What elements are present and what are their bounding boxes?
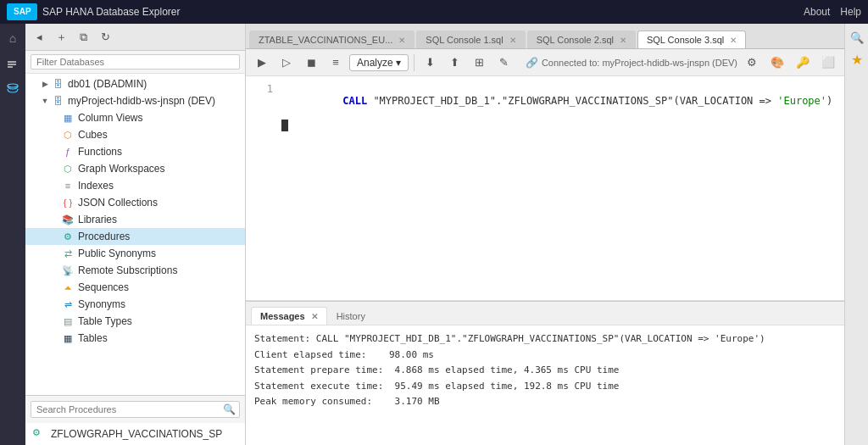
upload-btn[interactable]: ⬆ — [444, 52, 466, 74]
svg-rect-4 — [8, 66, 13, 68]
public-synonyms-icon: ⇄ — [61, 247, 75, 260]
tab-sql3[interactable]: SQL Console 3.sql ✕ — [637, 31, 746, 48]
analyze-chevron: ▾ — [396, 57, 401, 69]
app-title: SAP HANA Database Explorer — [42, 6, 181, 18]
help-link[interactable]: Help — [840, 6, 861, 18]
db-panel: ◂ ＋ ⧉ ↻ ▶ 🗄 db01 (DBADMIN) ▼ 🗄 myProject… — [25, 24, 246, 445]
tree-item-cubes[interactable]: ⬡ Cubes — [25, 126, 245, 143]
tree-item-procedures[interactable]: ⚙ Procedures — [25, 228, 245, 245]
tree-db1[interactable]: ▶ 🗄 db01 (DBADMIN) — [25, 75, 245, 92]
tab-sql3-close[interactable]: ✕ — [730, 36, 737, 45]
messages-tab-close[interactable]: ✕ — [311, 312, 318, 321]
editor-area[interactable]: 1 CALL "MYPROJECT_HDI_DB_1"."ZFLOWGRAPH_… — [246, 76, 844, 301]
sequences-icon: ⏶ — [61, 281, 75, 294]
tab-sql1-label: SQL Console 1.sql — [426, 35, 503, 45]
right-panel: ZTABLE_VACCINATIONS_EU... ✕ SQL Console … — [246, 24, 844, 445]
search-wrap: 🔍 — [31, 401, 240, 418]
results-area: Messages ✕ History Statement: CALL "MYPR… — [246, 301, 844, 445]
tree-area: ▶ 🗄 db01 (DBADMIN) ▼ 🗄 myProject-hdidb-w… — [25, 74, 245, 395]
connected-info: 🔗 Connected to: myProject-hdidb-ws-jnspn… — [526, 52, 839, 74]
analyze-label: Analyze — [357, 57, 393, 69]
db-panel-search: 🔍 — [25, 395, 245, 423]
stop-btn[interactable]: ◼ — [300, 52, 322, 74]
about-link[interactable]: About — [804, 6, 830, 18]
svg-rect-3 — [8, 64, 16, 65]
svg-text:SAP: SAP — [14, 7, 31, 16]
tab-sql2[interactable]: SQL Console 2.sql ✕ — [527, 31, 636, 48]
table-btn[interactable]: ⊞ — [469, 52, 491, 74]
download-btn[interactable]: ⬇ — [420, 52, 442, 74]
expand-icon: ▶ — [39, 78, 51, 90]
tab-sql2-label: SQL Console 2.sql — [537, 35, 614, 45]
tree-item-public-synonyms[interactable]: ⇄ Public Synonyms — [25, 245, 245, 262]
tree-item-remote-subscriptions[interactable]: 📡 Remote Subscriptions — [25, 262, 245, 279]
cubes-icon: ⬡ — [61, 128, 75, 142]
sidebar-search-btn[interactable] — [2, 53, 24, 75]
tree-item-graph-workspaces[interactable]: ⬡ Graph Workspaces — [25, 160, 245, 177]
run-btn[interactable]: ▶ — [251, 52, 273, 74]
right-star-btn[interactable]: ★ — [847, 49, 867, 70]
results-tab-messages[interactable]: Messages ✕ — [251, 307, 327, 325]
tab-sql1-close[interactable]: ✕ — [509, 36, 516, 45]
db-icon: 🗄 — [51, 77, 64, 91]
key-btn[interactable]: 🔑 — [792, 52, 814, 74]
expand-editor-btn[interactable]: ⬜ — [817, 52, 839, 74]
sidebar-home-btn[interactable]: ⌂ — [2, 27, 24, 49]
indexes-icon: ≡ — [61, 179, 75, 192]
tab-sql1[interactable]: SQL Console 1.sql ✕ — [416, 31, 525, 48]
icon-sidebar: ⌂ — [0, 24, 25, 445]
palette-btn[interactable]: 🎨 — [766, 52, 788, 74]
line-code-1: CALL "MYPROJECT_HDI_DB_1"."ZFLOWGRAPH_VA… — [281, 83, 832, 119]
editor-line-1: 1 CALL "MYPROJECT_HDI_DB_1"."ZFLOWGRAPH_… — [256, 83, 834, 119]
connected-label: Connected to: myProject-hdidb-ws-jnspn (… — [542, 58, 737, 68]
search-procedures-input[interactable] — [31, 401, 240, 418]
copy-btn[interactable]: ⧉ — [73, 27, 93, 47]
app-logo: SAP SAP HANA Database Explorer — [7, 3, 181, 20]
result-item-zflowgraph[interactable]: ⚙ ZFLOWGRAPH_VACCINATIONS_SP — [25, 425, 245, 443]
settings-btn[interactable]: ⚙ — [741, 52, 763, 74]
top-bar: SAP SAP HANA Database Explorer About Hel… — [0, 0, 868, 24]
svg-point-5 — [8, 84, 18, 87]
tab-sql3-label: SQL Console 3.sql — [647, 35, 724, 45]
tab-ztable-close[interactable]: ✕ — [398, 36, 405, 45]
message-line-5: Peak memory consumed: 3.170 MB — [254, 395, 836, 409]
expand-icon-2: ▼ — [39, 95, 51, 107]
filter-databases-input[interactable] — [31, 54, 240, 70]
tree-item-table-types[interactable]: ▤ Table Types — [25, 313, 245, 330]
tree-item-sequences[interactable]: ⏶ Sequences — [25, 279, 245, 296]
right-side-icons: 🔍 ★ — [844, 24, 868, 445]
tab-ztable[interactable]: ZTABLE_VACCINATIONS_EU... ✕ — [249, 31, 415, 48]
sidebar-db-btn[interactable] — [2, 78, 24, 100]
tab-sql2-close[interactable]: ✕ — [620, 36, 626, 45]
tree-item-functions[interactable]: ƒ Functions — [25, 143, 245, 160]
json-icon: { } — [61, 196, 75, 209]
functions-icon: ƒ — [61, 145, 75, 159]
add-db-btn[interactable]: ＋ — [51, 27, 71, 47]
analyze-btn[interactable]: Analyze ▾ — [349, 54, 409, 71]
tree-db2[interactable]: ▼ 🗄 myProject-hdidb-ws-jnspn (DEV) — [25, 92, 245, 109]
sap-logo: SAP — [7, 3, 37, 20]
result-label: ZFLOWGRAPH_VACCINATIONS_SP — [51, 428, 222, 440]
right-search-btn[interactable]: 🔍 — [847, 27, 867, 47]
format-btn[interactable]: ≡ — [325, 52, 347, 74]
result-procedure-icon: ⚙ — [32, 427, 46, 441]
search-icon: 🔍 — [223, 403, 236, 415]
tree-item-column-views[interactable]: ▦ Column Views — [25, 109, 245, 126]
toolbar-separator — [414, 54, 415, 71]
refresh-btn[interactable]: ↻ — [95, 27, 115, 47]
tree-item-json-collections[interactable]: { } JSON Collections — [25, 194, 245, 211]
line-number-1: 1 — [256, 83, 273, 119]
db2-icon: 🗄 — [51, 94, 64, 108]
tree-item-synonyms[interactable]: ⇌ Synonyms — [25, 296, 245, 313]
tree-item-indexes[interactable]: ≡ Indexes — [25, 177, 245, 194]
graph-icon: ⬡ — [61, 162, 75, 175]
tree-item-tables[interactable]: ▦ Tables — [25, 330, 245, 347]
results-tabs: Messages ✕ History — [246, 302, 844, 325]
run-selection-btn[interactable]: ▷ — [275, 52, 298, 74]
tables-icon: ▦ — [61, 331, 75, 345]
collapse-all-btn[interactable]: ◂ — [29, 27, 49, 47]
edit-btn[interactable]: ✎ — [493, 52, 515, 74]
message-line-1: Statement: CALL "MYPROJECT_HDI_DB_1"."ZF… — [254, 332, 836, 347]
results-tab-history[interactable]: History — [327, 307, 375, 325]
tree-item-libraries[interactable]: 📚 Libraries — [25, 211, 245, 228]
